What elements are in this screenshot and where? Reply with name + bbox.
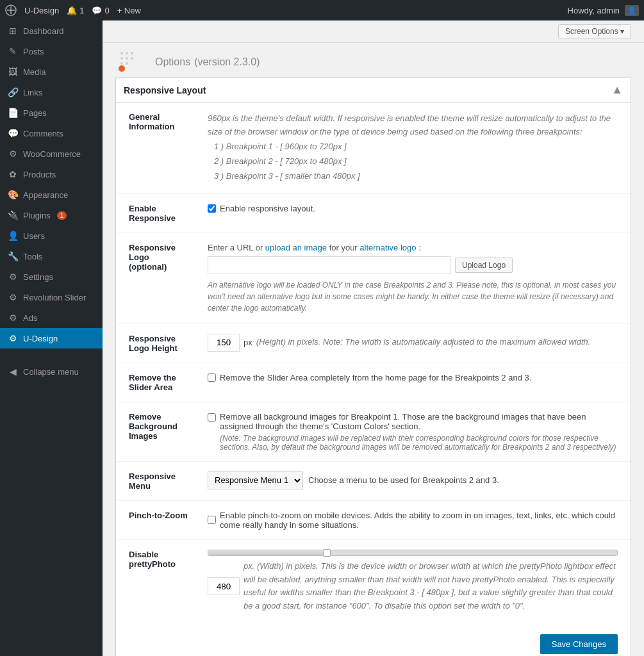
pinch-zoom-desc: Enable pinch-to-zoom on mobile devices. … [220, 511, 618, 530]
pinch-zoom-label: Pinch-to-Zoom [116, 500, 201, 539]
site-name[interactable]: U-Design [24, 6, 59, 15]
logo-url-input[interactable] [208, 256, 451, 274]
sidebar-item-u-design[interactable]: ⚙ U-Design [0, 328, 103, 348]
users-icon: 👤 [8, 231, 18, 241]
new-content[interactable]: + New [117, 6, 141, 15]
prettyphoto-slider-container [208, 550, 618, 556]
responsive-logo-cell: Enter a URL or upload an image for your … [201, 233, 631, 324]
logo-height-label: Responsive Logo Height [116, 324, 201, 363]
sidebar-item-comments[interactable]: 💬 Comments [0, 123, 103, 144]
dashboard-icon: ⊞ [8, 26, 18, 36]
upload-image-link[interactable]: upload an image [265, 243, 327, 252]
sidebar: ⊞ Dashboard ✎ Posts 🖼 Media 🔗 Links 📄 Pa… [0, 20, 103, 656]
settings-icon: ⚙ [8, 272, 18, 282]
upload-logo-button[interactable]: Upload Logo [455, 258, 513, 273]
enable-responsive-text: Enable responsive layout. [220, 204, 315, 213]
disable-prettyphoto-cell: px. (Width) in pixels. This is the devic… [201, 539, 631, 627]
sidebar-item-settings[interactable]: ⚙ Settings [0, 266, 103, 287]
logo-note: An alternative logo will be loaded ONLY … [208, 279, 618, 314]
admin-avatar: 👤 [625, 5, 639, 16]
sidebar-item-woocommerce[interactable]: ⚙ WooCommerce [0, 144, 103, 164]
height-unit: px [244, 338, 252, 347]
pinch-zoom-checkbox-label[interactable]: Enable pinch-to-zoom on mobile devices. … [208, 511, 618, 530]
plugins-icon: 🔌 [8, 210, 18, 220]
height-note: (Height) in pixels. Note: The width is a… [256, 336, 591, 349]
general-info-text: 960px is the theme's default width. If r… [208, 112, 618, 139]
sidebar-item-label: Links [23, 88, 42, 97]
links-icon: 🔗 [8, 87, 18, 97]
sidebar-item-plugins[interactable]: 🔌 Plugins 1 [0, 205, 103, 226]
sidebar-item-ads[interactable]: ⚙ Ads [0, 308, 103, 328]
breakpoints-list: 1 ) Breakpoint 1 - [ 960px to 720px ] 2 … [208, 139, 618, 184]
svg-point-7 [120, 62, 123, 65]
prettyphoto-slider-handle[interactable] [323, 549, 331, 557]
svg-point-6 [131, 57, 133, 60]
prettyphoto-slider-fill [208, 550, 331, 555]
sidebar-item-label: WooCommerce [23, 149, 81, 159]
pages-icon: 📄 [8, 108, 18, 118]
page-title: Options (version 2.3.0) [155, 53, 260, 69]
svg-point-9 [119, 65, 125, 72]
responsive-layout-header[interactable]: Responsive Layout ▲ [116, 78, 631, 102]
appearance-icon: 🎨 [8, 190, 18, 200]
responsive-layout-title: Responsive Layout [124, 85, 206, 95]
enable-responsive-checkbox-label[interactable]: Enable responsive layout. [208, 204, 618, 213]
sidebar-item-label: Users [23, 231, 45, 241]
plugins-badge: 1 [57, 211, 67, 220]
disable-prettyphoto-row: Disable prettyPhoto px. (Width) in pi [116, 539, 631, 627]
pinch-zoom-checkbox[interactable] [208, 516, 216, 524]
responsive-menu-cell: Responsive Menu 1 Responsive Menu 2 Choo… [201, 461, 631, 500]
general-info-row: General Information 960px is the theme's… [116, 102, 631, 193]
prettyphoto-input-row: px. (Width) in pixels. This is the devic… [208, 560, 618, 613]
remove-bg-checkbox[interactable] [208, 413, 216, 422]
sidebar-item-label: Appearance [23, 190, 68, 200]
sidebar-item-users[interactable]: 👤 Users [0, 226, 103, 246]
sidebar-item-collapse[interactable]: ◀ Collapse menu [0, 361, 103, 382]
sidebar-item-label: Dashboard [23, 26, 64, 36]
save-changes-button[interactable]: Save Changes [540, 634, 618, 654]
logo-height-input[interactable] [208, 334, 240, 352]
remove-slider-label: Remove the Slider Area [116, 363, 201, 402]
sidebar-item-appearance[interactable]: 🎨 Appearance [0, 184, 103, 205]
screen-options-bar: Screen Options ▾ [103, 20, 644, 43]
responsive-logo-label: Responsive Logo (optional) [116, 233, 201, 324]
logo-height-row: Responsive Logo Height px (Height) in pi… [116, 324, 631, 363]
remove-bg-checkbox-label[interactable]: Remove all background images for Breakpo… [208, 412, 618, 452]
responsive-layout-body: General Information 960px is the theme's… [116, 102, 631, 656]
svg-point-4 [120, 57, 123, 60]
admin-bar: U-Design 🔔 1 💬 0 + New Howdy, admin 👤 [0, 0, 644, 20]
screen-options-button[interactable]: Screen Options ▾ [558, 24, 631, 38]
howdy-text: Howdy, admin [568, 6, 620, 15]
height-input-row: px (Height) in pixels. Note: The width i… [208, 334, 618, 352]
sidebar-item-media[interactable]: 🖼 Media [0, 62, 103, 82]
sidebar-item-products[interactable]: ✿ Products [0, 164, 103, 184]
comments-count[interactable]: 🔔 1 [67, 6, 84, 15]
woocommerce-icon: ⚙ [8, 149, 18, 159]
general-info-label: General Information [116, 102, 201, 193]
sidebar-item-links[interactable]: 🔗 Links [0, 82, 103, 102]
posts-icon: ✎ [8, 46, 18, 56]
sidebar-item-dashboard[interactable]: ⊞ Dashboard [0, 20, 103, 41]
remove-slider-checkbox-label[interactable]: Remove the Slider Area completely from t… [208, 373, 618, 382]
breakpoint-3: 3 ) Breakpoint 3 - [ smaller than 480px … [214, 168, 618, 183]
sidebar-item-pages[interactable]: 📄 Pages [0, 102, 103, 123]
revolution-slider-icon: ⚙ [8, 292, 18, 302]
sidebar-item-label: U-Design [23, 334, 58, 343]
sidebar-item-label: Posts [23, 47, 44, 56]
prettyphoto-width-input[interactable] [208, 577, 240, 595]
responsive-menu-select[interactable]: Responsive Menu 1 Responsive Menu 2 [208, 472, 303, 489]
enable-responsive-label: Enable Responsive [116, 193, 201, 233]
svg-point-8 [126, 62, 128, 65]
sidebar-item-posts[interactable]: ✎ Posts [0, 41, 103, 62]
sidebar-item-label: Ads [23, 313, 37, 323]
alternative-logo-link[interactable]: alternative logo [359, 243, 416, 252]
enable-responsive-checkbox[interactable] [208, 204, 216, 213]
comments-icon: 💬 [8, 128, 18, 138]
sidebar-item-label: Collapse menu [23, 367, 79, 377]
comment-link[interactable]: 💬 0 [92, 6, 109, 15]
sidebar-item-tools[interactable]: 🔧 Tools [0, 246, 103, 266]
sidebar-item-revolution-slider[interactable]: ⚙ Revolution Slider [0, 287, 103, 308]
enable-responsive-row: Enable Responsive Enable responsive layo… [116, 193, 631, 233]
wp-logo[interactable] [5, 4, 17, 16]
remove-slider-checkbox[interactable] [208, 373, 216, 382]
